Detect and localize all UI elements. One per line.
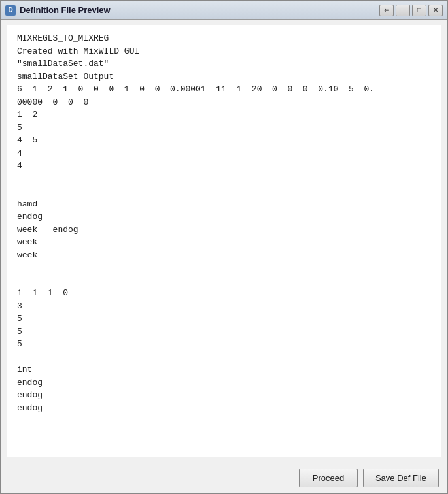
restore-button[interactable]: □ — [412, 5, 426, 16]
window: D Definition File Preview ⇐ − □ ✕ MIXREG… — [0, 0, 448, 494]
file-preview-area: MIXREGLS_TO_MIXREG Created with MixWILD … — [7, 25, 441, 457]
title-bar-left: D Definition File Preview — [5, 5, 111, 16]
window-icon: D — [5, 5, 16, 16]
bottom-bar: Proceed Save Def File — [1, 463, 447, 493]
title-bar: D Definition File Preview ⇐ − □ ✕ — [1, 1, 447, 20]
minimize-button[interactable]: − — [396, 5, 410, 16]
proceed-button[interactable]: Proceed — [299, 469, 358, 487]
back-button[interactable]: ⇐ — [379, 5, 394, 16]
close-button[interactable]: ✕ — [428, 5, 443, 16]
save-def-file-button[interactable]: Save Def File — [363, 469, 439, 487]
title-bar-controls: ⇐ − □ ✕ — [379, 5, 443, 16]
window-title: Definition File Preview — [20, 5, 111, 15]
file-content-text: MIXREGLS_TO_MIXREG Created with MixWILD … — [17, 32, 431, 414]
